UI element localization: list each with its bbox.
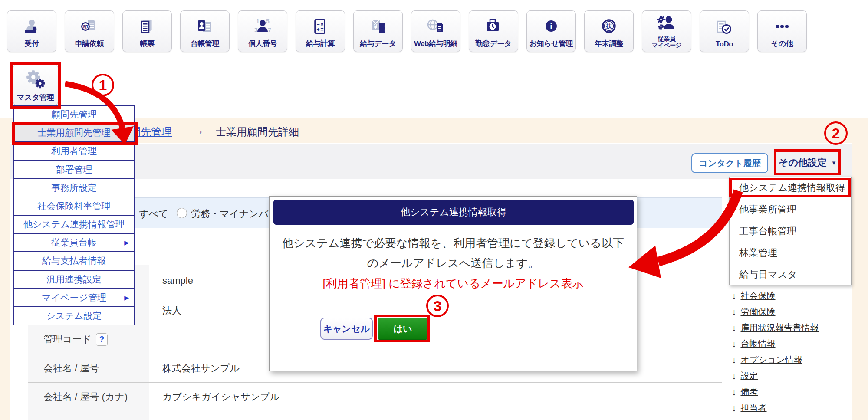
settings-item-payday-master[interactable]: 給与日マスタ — [730, 264, 851, 285]
settings-item-other-offices[interactable]: 他事業所管理 — [730, 199, 851, 220]
toolbar-button-personal-number[interactable]: 1537 個人番号 — [238, 10, 287, 52]
time-clock-icon — [483, 16, 504, 39]
confirm-yes-button[interactable]: はい — [378, 318, 428, 340]
down-arrow-icon: ↓ — [732, 355, 736, 365]
down-arrow-icon: ↓ — [732, 403, 736, 413]
toolbar-button-label: お知らせ管理 — [529, 39, 573, 49]
toolbar-button-label: 従業員マイページ — [652, 36, 682, 49]
menu-item-social-insurance-rate[interactable]: 社会保険料率管理 — [14, 197, 134, 216]
toolbar-button-label: 台帳管理 — [191, 39, 219, 49]
toolbar-button-label: 個人番号 — [248, 39, 277, 49]
toolbar-button-payroll-data[interactable]: ¥ 給与データ — [353, 10, 403, 52]
svg-text:印: 印 — [83, 24, 88, 30]
svg-text:7: 7 — [268, 26, 271, 33]
settings-item-construction-ledger[interactable]: 工事台帳管理 — [730, 220, 851, 242]
menu-item-payer-info[interactable]: 給与支払者情報 — [14, 252, 134, 270]
menu-item-generic-link-settings[interactable]: 汎用連携設定 — [14, 271, 134, 289]
toolbar-button-payroll-calculation[interactable]: −×+= 給与計算 — [296, 10, 345, 52]
menu-item-label: 事務所設定 — [51, 182, 97, 194]
menu-item-system-settings[interactable]: システム設定 — [14, 307, 134, 325]
breadcrumb-arrow-icon: → — [192, 124, 204, 137]
section-anchor-links: ↓社会保険 ↓労働保険 ↓雇用状況報告書情報 ↓台帳情報 ↓オプション情報 ↓設… — [732, 288, 819, 416]
dialog-body-line2: のメールアドレスへ送信します。 — [270, 256, 637, 271]
external-system-info-dialog: 他システム連携情報取得 他システム連携で必要な情報を、利用者管理にて登録している… — [269, 196, 637, 371]
app-window: 士業用顧問先管理 → 士業用顧問先詳細 受付 印 申請依頼 帳票 台帳管理 15… — [0, 0, 868, 420]
menu-item-label: 士業用顧問先管理 — [38, 127, 111, 139]
menu-item-client-management[interactable]: 顧問先管理 — [14, 106, 134, 124]
menu-item-professional-client-management[interactable]: 士業用顧問先管理 — [14, 124, 134, 142]
anchor-link-label[interactable]: オプション情報 — [741, 354, 802, 366]
svg-text:3: 3 — [254, 26, 258, 33]
row-label: 管理コード? — [28, 325, 149, 354]
down-arrow-icon: ↓ — [732, 307, 736, 317]
menu-item-office-settings[interactable]: 事務所設定 — [14, 179, 134, 197]
anchor-link-social-insurance: ↓社会保険 — [732, 288, 819, 304]
table-row — [28, 411, 722, 420]
menu-item-label: 他システム連携情報管理 — [23, 218, 125, 230]
help-icon[interactable]: ? — [96, 333, 108, 346]
menu-item-user-management[interactable]: 利用者管理 — [14, 142, 134, 161]
svg-text:5: 5 — [266, 18, 270, 25]
toolbar-button-others[interactable]: その他 — [757, 10, 807, 52]
payroll-data-icon: ¥ — [368, 16, 388, 39]
radio-labor-mynumber[interactable] — [177, 208, 187, 218]
menu-item-label: 部署管理 — [56, 164, 92, 176]
web-payslip-icon — [425, 16, 446, 39]
menu-item-label: 顧問先管理 — [51, 108, 97, 121]
settings-item-external-system-info[interactable]: 他システム連携情報取得 — [730, 177, 851, 199]
toolbar-button-application-request[interactable]: 印 申請依頼 — [65, 10, 114, 52]
anchor-link-label[interactable]: 台帳情報 — [741, 338, 776, 350]
anchor-link-label[interactable]: 雇用状況報告書情報 — [741, 322, 819, 334]
toolbar-button-attendance-data[interactable]: 勤怠データ — [469, 10, 518, 52]
anchor-link-label[interactable]: 労働保険 — [741, 306, 776, 318]
todo-check-icon — [714, 17, 735, 40]
table-row: 会社名 / 屋号 (カナ) カブシキガイシャサンプル — [28, 383, 722, 411]
anchor-link-label[interactable]: 備考 — [741, 386, 758, 398]
anchor-link-label[interactable]: 担当者 — [741, 402, 767, 414]
toolbar-button-todo[interactable]: ToDo — [700, 10, 749, 52]
chevron-down-icon: ▼ — [831, 160, 837, 166]
toolbar-button-notice-management[interactable]: i お知らせ管理 — [526, 10, 576, 52]
toolbar-button-year-end-adjustment[interactable]: 扶 年末調整 — [584, 10, 634, 52]
ledger-card-icon — [194, 16, 215, 39]
anchor-link-label[interactable]: 社会保険 — [741, 290, 776, 302]
menu-item-label: 利用者管理 — [51, 145, 97, 157]
down-arrow-icon: ↓ — [732, 339, 736, 349]
menu-item-external-system-link[interactable]: 他システム連携情報管理 — [14, 216, 134, 234]
other-settings-button[interactable]: その他設定 ▼ — [776, 151, 839, 174]
menu-item-department-management[interactable]: 部署管理 — [14, 161, 134, 179]
submenu-caret-icon: ▶ — [124, 294, 129, 301]
master-management-button[interactable]: マスタ管理 — [13, 64, 58, 105]
menu-item-label: 社会保険料率管理 — [38, 200, 111, 212]
menu-item-label: 従業員台帳 — [51, 236, 97, 249]
settings-item-forestry[interactable]: 林業管理 — [730, 242, 851, 264]
menu-item-mypage-management[interactable]: マイページ管理▶ — [14, 289, 134, 307]
toolbar-button-label: 帳票 — [140, 39, 155, 49]
anchor-link-option-info: ↓オプション情報 — [732, 352, 819, 368]
toolbar-button-label: その他 — [771, 39, 793, 49]
toolbar-button-label: 年末調整 — [595, 39, 623, 49]
toolbar-button-web-payslip[interactable]: Web給与明細 — [411, 10, 460, 52]
other-settings-menu: 他システム連携情報取得 他事業所管理 工事台帳管理 林業管理 給与日マスタ — [729, 177, 852, 285]
menu-item-employee-ledger[interactable]: 従業員台帳▶ — [14, 234, 134, 252]
svg-text:i: i — [550, 22, 552, 31]
dialog-title: 他システム連携情報取得 — [273, 200, 634, 225]
row-label — [28, 411, 149, 420]
contact-history-button[interactable]: コンタクト履歴 — [691, 153, 768, 173]
svg-text:¥: ¥ — [374, 23, 378, 30]
anchor-link-ledger-info: ↓台帳情報 — [732, 336, 819, 352]
toolbar-button-ledger-management[interactable]: 台帳管理 — [180, 10, 230, 52]
svg-text:1: 1 — [256, 18, 260, 25]
anchor-link-label[interactable]: 設定 — [741, 370, 758, 382]
row-label: 会社名 / 屋号 (カナ) — [28, 383, 149, 411]
anchor-link-employment-report: ↓雇用状況報告書情報 — [732, 320, 819, 336]
master-button-label: マスタ管理 — [17, 92, 54, 102]
toolbar-button-reports[interactable]: 帳票 — [122, 10, 172, 52]
employee-mypage-icon — [656, 13, 677, 36]
personal-number-icon: 1537 — [252, 16, 273, 39]
toolbar-button-employee-mypage[interactable]: 従業員マイページ — [642, 10, 691, 52]
toolbar-button-reception[interactable]: 受付 — [7, 10, 56, 52]
contact-history-label: コンタクト履歴 — [699, 158, 760, 169]
cancel-button[interactable]: キャンセル — [320, 318, 373, 340]
down-arrow-icon: ↓ — [732, 323, 736, 333]
